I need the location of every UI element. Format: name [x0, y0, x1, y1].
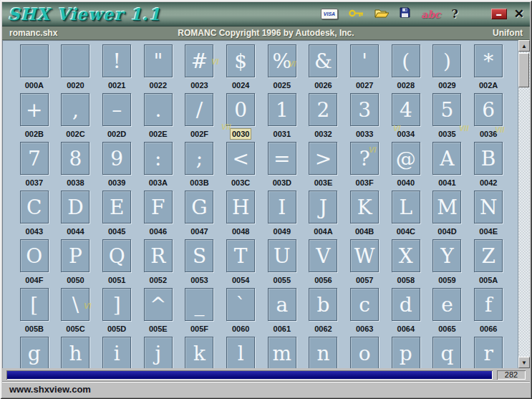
- glyph-preview[interactable]: E: [102, 191, 131, 223]
- glyph-preview[interactable]: ^: [144, 288, 173, 321]
- glyph-preview[interactable]: 1: [268, 93, 296, 126]
- glyph-cell[interactable]: C 0043: [20, 191, 49, 236]
- glyph-preview[interactable]: ,: [61, 93, 90, 126]
- glyph-preview[interactable]: G: [185, 191, 213, 223]
- glyph-preview[interactable]: k: [185, 337, 213, 368]
- glyph-preview[interactable]: N: [474, 191, 503, 223]
- glyph-cell[interactable]: & 0026: [309, 44, 337, 90]
- glyph-cell[interactable]: m: [268, 337, 296, 368]
- glyph-cell[interactable]: O 004F: [20, 239, 49, 285]
- glyph-preview[interactable]: U: [268, 239, 296, 272]
- glyph-cell[interactable]: % 0025: [268, 44, 296, 90]
- glyph-cell[interactable]: k: [185, 337, 213, 368]
- glyph-cell[interactable]: Z 005A: [474, 239, 503, 285]
- glyph-cell[interactable]: 0 0030: [226, 93, 255, 139]
- glyph-cell[interactable]: ( 0028: [392, 44, 420, 90]
- glyph-cell[interactable]: q: [432, 337, 461, 368]
- glyph-cell[interactable]: L 004C: [392, 191, 420, 236]
- glyph-preview[interactable]: K: [350, 191, 379, 223]
- glyph-preview[interactable]: I: [268, 191, 296, 223]
- glyph-cell[interactable]: 000A: [20, 44, 49, 90]
- glyph-cell[interactable]: + 002B: [20, 93, 49, 139]
- glyph-cell[interactable]: 1 0031: [268, 93, 296, 139]
- glyph-cell[interactable]: ? 003F: [350, 142, 379, 188]
- minimize-button[interactable]: ▬: [491, 9, 507, 19]
- glyph-preview[interactable]: [61, 44, 90, 77]
- glyph-preview[interactable]: X: [392, 239, 420, 272]
- glyph-preview[interactable]: 7: [20, 142, 49, 175]
- glyph-cell[interactable]: . 002E: [144, 93, 173, 139]
- glyph-preview[interactable]: [: [20, 288, 49, 321]
- glyph-cell[interactable]: g: [20, 337, 49, 368]
- scrollbar-track[interactable]: [518, 52, 530, 357]
- glyph-cell[interactable]: F 0046: [144, 191, 173, 236]
- abc-sample-button[interactable]: abc: [421, 9, 440, 20]
- glyph-preview[interactable]: b: [309, 288, 337, 321]
- glyph-cell[interactable]: o: [350, 337, 379, 368]
- glyph-cell[interactable]: K 004B: [350, 191, 379, 236]
- glyph-cell[interactable]: r: [474, 337, 503, 368]
- glyph-cell[interactable]: = 003D: [268, 142, 296, 188]
- vertical-scrollbar[interactable]: ▲ ▼: [518, 40, 530, 368]
- glyph-cell[interactable]: 4 0034: [392, 93, 420, 139]
- glyph-cell[interactable]: l: [226, 337, 255, 368]
- glyph-preview[interactable]: T: [226, 239, 255, 272]
- help-button[interactable]: ?: [451, 7, 458, 21]
- glyph-preview[interactable]: c: [350, 288, 379, 321]
- glyph-preview[interactable]: O: [20, 239, 49, 272]
- glyph-preview[interactable]: $: [226, 44, 255, 77]
- glyph-preview[interactable]: n: [309, 337, 337, 368]
- glyph-cell[interactable]: \ 005C: [61, 288, 90, 334]
- glyph-cell[interactable]: S 0053: [185, 239, 213, 285]
- glyph-cell[interactable]: T 0054: [226, 239, 255, 285]
- glyph-cell[interactable]: j: [144, 337, 173, 368]
- glyph-cell[interactable]: d 0064: [392, 288, 420, 334]
- key-button[interactable]: [349, 8, 364, 21]
- glyph-cell[interactable]: 8 0038: [61, 142, 90, 188]
- glyph-cell[interactable]: $ 0024: [226, 44, 255, 90]
- glyph-cell[interactable]: n: [309, 337, 337, 368]
- glyph-preview[interactable]: g: [20, 337, 49, 368]
- glyph-cell[interactable]: J 004A: [309, 191, 337, 236]
- glyph-cell[interactable]: B 0042: [474, 142, 503, 188]
- glyph-preview[interactable]: o: [350, 337, 379, 368]
- glyph-preview[interactable]: S: [185, 239, 213, 272]
- glyph-cell[interactable]: b 0062: [309, 288, 337, 334]
- glyph-cell[interactable]: i: [102, 337, 131, 368]
- glyph-preview[interactable]: Z: [474, 239, 503, 272]
- glyph-cell[interactable]: * 002A: [474, 44, 503, 90]
- glyph-preview[interactable]: q: [432, 337, 461, 368]
- glyph-cell[interactable]: Y 0059: [432, 239, 461, 285]
- glyph-cell[interactable]: A 0041: [432, 142, 461, 188]
- glyph-cell[interactable]: – 002D: [102, 93, 131, 139]
- glyph-cell[interactable]: ! 0021: [102, 44, 131, 90]
- glyph-preview[interactable]: a: [268, 288, 296, 321]
- glyph-cell[interactable]: 7 0037: [20, 142, 49, 188]
- glyph-preview[interactable]: Y: [432, 239, 461, 272]
- glyph-preview[interactable]: h: [61, 337, 90, 368]
- glyph-cell[interactable]: _ 005F: [185, 288, 213, 334]
- scrollbar-thumb[interactable]: [518, 53, 529, 87]
- glyph-preview[interactable]: V: [309, 239, 337, 272]
- glyph-preview[interactable]: Q: [102, 239, 131, 272]
- glyph-cell[interactable]: Q 0051: [102, 239, 131, 285]
- save-button[interactable]: [400, 7, 410, 21]
- glyph-cell[interactable]: V 0056: [309, 239, 337, 285]
- glyph-cell[interactable]: ^ 005E: [144, 288, 173, 334]
- glyph-preview[interactable]: 8: [61, 142, 90, 175]
- glyph-cell[interactable]: ' 0027: [350, 44, 379, 90]
- glyph-cell[interactable]: 2 0032: [309, 93, 337, 139]
- glyph-cell[interactable]: < 003C: [226, 142, 255, 188]
- glyph-preview[interactable]: [20, 44, 49, 77]
- glyph-cell[interactable]: # 0023: [185, 44, 213, 90]
- glyph-preview[interactable]: _: [185, 288, 213, 321]
- glyph-preview[interactable]: >: [309, 142, 337, 175]
- glyph-cell[interactable]: 5 0035: [432, 93, 461, 139]
- glyph-cell[interactable]: ; 003B: [185, 142, 213, 188]
- glyph-cell[interactable]: P 0050: [61, 239, 90, 285]
- glyph-cell[interactable]: h: [61, 337, 90, 368]
- glyph-preview[interactable]: j: [144, 337, 173, 368]
- glyph-preview[interactable]: C: [20, 191, 49, 223]
- glyph-preview[interactable]: ?: [350, 142, 379, 175]
- glyph-preview[interactable]: +: [20, 93, 49, 126]
